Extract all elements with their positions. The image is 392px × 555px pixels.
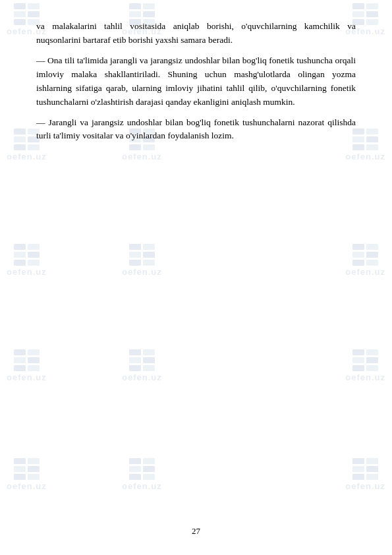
paragraph-3: — Jarangli va jarangsiz undoshlar bilan … (36, 116, 356, 144)
paragraph-2-text: — Ona tili ta'limida jarangli va jarangs… (36, 55, 356, 107)
paragraph-1: va malakalarini tahlil vositasida aniqla… (36, 20, 356, 47)
watermark-9: oefen.uz (345, 244, 385, 277)
page-content: va malakalarini tahlil vositasida aniqla… (0, 0, 392, 169)
page-number: 27 (0, 526, 392, 537)
watermark-7: oefen.uz (7, 244, 47, 277)
watermark-14: oefen.uz (122, 458, 162, 491)
paragraph-3-text: — Jarangli va jarangsiz undoshlar bilan … (36, 117, 356, 141)
watermark-8: oefen.uz (122, 244, 162, 277)
watermark-12: oefen.uz (345, 349, 385, 382)
watermark-15: oefen.uz (345, 458, 385, 491)
paragraph-2: — Ona tili ta'limida jarangli va jarangs… (36, 54, 356, 109)
watermark-13: oefen.uz (7, 458, 47, 491)
paragraph-1-text: va malakalarini tahlil vositasida aniqla… (36, 21, 356, 45)
watermark-10: oefen.uz (7, 349, 47, 382)
page-number-value: 27 (192, 526, 200, 536)
watermark-11: oefen.uz (122, 349, 162, 382)
main-text-block: va malakalarini tahlil vositasida aniqla… (36, 20, 356, 143)
page: oefen.uz oefen.uz oefen.uz (0, 0, 392, 555)
